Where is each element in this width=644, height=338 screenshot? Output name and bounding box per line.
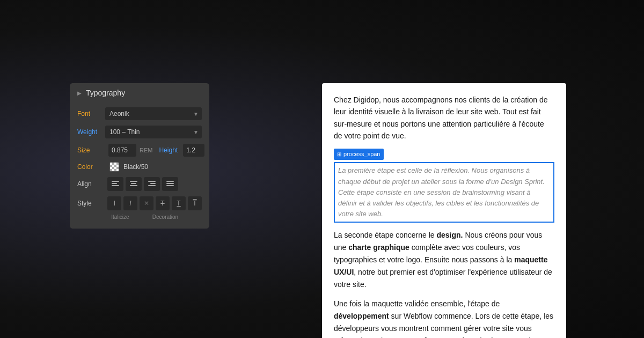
svg-rect-4 [131,183,136,184]
height-input[interactable] [183,144,204,157]
underline-button[interactable]: T [172,196,186,210]
font-select-wrapper: Aeonik ▼ [105,107,202,120]
svg-rect-9 [166,181,174,182]
typography-panel: ▶ Typography Font Aeonik ▼ Weight 100 – … [70,83,209,229]
italicize-label: Italicize [105,214,135,220]
size-unit: REM [140,147,152,153]
decoration-label: Decoration [144,214,187,220]
svg-rect-3 [130,181,137,182]
height-label: Height [159,146,178,154]
align-row: Align [70,174,209,194]
svg-rect-11 [166,185,174,186]
weight-label: Weight [77,128,105,136]
color-swatch[interactable] [109,162,119,172]
weight-row: Weight 100 – Thin ▼ [70,123,209,141]
svg-rect-10 [166,183,174,184]
process-span-container: ⊞ process_span La première étape est cel… [334,148,554,223]
align-justify-button[interactable] [162,177,178,191]
collapse-arrow-icon: ▶ [77,90,82,96]
style-label: Style [77,200,105,207]
align-left-button[interactable] [107,177,123,191]
charte-graphique-bold: charte graphique [348,243,409,252]
size-label: Size [77,146,105,154]
svg-rect-8 [148,185,156,186]
italic-button[interactable]: I [123,196,137,210]
preview-panel: Chez Digidop, nous accompagnons nos clie… [322,83,566,338]
align-label: Align [77,180,105,188]
process-span-label: process_span [343,150,380,159]
developpement-bold: développement [334,312,389,320]
weight-select-wrapper: 100 – Thin ▼ [105,126,202,138]
preview-text-2: La seconde étape concerne le design. Nou… [334,229,554,291]
maquette-uxui-bold: maquette UX/UI [334,255,547,276]
weight-select[interactable]: 100 – Thin [105,126,202,138]
svg-rect-6 [148,181,156,182]
style-row: Style I I ✕ T T T [70,194,209,213]
selected-text-block[interactable]: La première étape est celle de la réflex… [334,162,554,223]
size-row: Size REM Height – [70,141,209,159]
color-label: Color [77,163,105,171]
preview-text-3: Une fois la maquette validée ensemble, l… [334,298,554,338]
style-sublabels: Italicize Decoration [70,213,209,223]
font-row: Font Aeonik ▼ [70,105,209,123]
svg-rect-5 [130,185,137,186]
size-input[interactable] [108,144,136,157]
bold-button[interactable]: I [107,196,121,210]
svg-rect-7 [150,183,156,184]
svg-rect-1 [112,183,117,184]
font-select[interactable]: Aeonik [105,107,202,120]
span-tag-icon: ⊞ [337,150,341,159]
panel-body: Font Aeonik ▼ Weight 100 – Thin ▼ Size R… [70,102,209,229]
align-right-button[interactable] [144,177,160,191]
overline-button[interactable]: T [188,196,202,210]
design-bold: design. [436,231,463,239]
svg-rect-0 [112,181,119,182]
preview-text-1: Chez Digidop, nous accompagnons nos clie… [334,94,554,142]
clear-style-button[interactable]: ✕ [140,196,153,210]
panel-title: Typography [86,89,125,97]
font-label: Font [77,110,105,117]
svg-rect-2 [112,185,119,186]
strikethrough-button[interactable]: T [156,196,170,210]
process-span-tag[interactable]: ⊞ process_span [334,149,384,160]
align-center-button[interactable] [126,177,142,191]
color-value: Black/50 [123,163,148,171]
panel-header[interactable]: ▶ Typography [70,83,209,102]
color-row: Color Black/50 [70,159,209,174]
